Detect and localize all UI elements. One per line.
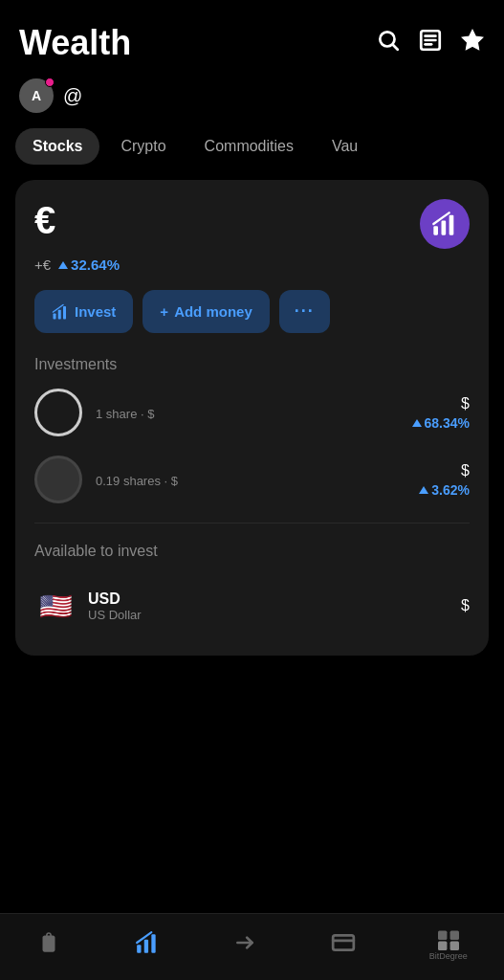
svg-rect-21	[449, 931, 458, 940]
nav-bitdegree[interactable]: BitDegree	[418, 925, 479, 965]
at-sign: @	[63, 85, 82, 107]
svg-marker-6	[462, 30, 483, 50]
svg-rect-23	[449, 942, 458, 950]
card-top: €	[34, 199, 470, 249]
tab-stocks[interactable]: Stocks	[15, 128, 99, 165]
available-section: Available to invest 🇺🇸 USD US Dollar $	[34, 543, 470, 636]
nav-home[interactable]	[25, 926, 73, 965]
user-row: A @	[0, 73, 504, 128]
up-arrow-icon	[58, 261, 68, 269]
currency-item-usd[interactable]: 🇺🇸 USD US Dollar $	[34, 575, 470, 636]
investment-item-2[interactable]: 0.19 shares · $ $ 3.62%	[34, 456, 470, 503]
invest-button[interactable]: Invest	[34, 290, 133, 333]
svg-rect-10	[54, 313, 56, 319]
star-icon[interactable]	[460, 28, 485, 58]
divider	[34, 523, 470, 523]
action-buttons: Invest + Add money ···	[34, 290, 470, 333]
flag-usd: 🇺🇸	[34, 585, 77, 627]
gain-prefix: +€	[34, 256, 51, 273]
gain-row: +€ 32.64%	[34, 256, 470, 273]
currency-symbol: €	[34, 199, 55, 242]
svg-rect-15	[151, 934, 155, 953]
chart-nav-icon	[135, 930, 160, 961]
currency-code: USD	[88, 590, 142, 608]
svg-rect-9	[449, 215, 454, 235]
main-card: € +€ 32.64% Invest +	[15, 180, 489, 656]
shares-2: 0.19 shares · $	[96, 474, 178, 488]
app-title: Wealth	[19, 23, 131, 63]
value-1: $	[412, 395, 470, 412]
investment-item-1[interactable]: 1 share · $ $ 68.34%	[34, 389, 470, 436]
transfer-icon	[232, 930, 257, 961]
svg-rect-8	[442, 221, 447, 235]
header-icons	[376, 28, 485, 58]
header: Wealth	[0, 0, 504, 73]
investments-label: Investments	[34, 356, 470, 373]
card-icon	[331, 930, 356, 961]
svg-line-1	[393, 45, 398, 50]
gain-percent: 32.64%	[58, 256, 120, 273]
revolut-icon	[36, 930, 61, 961]
nav-transfer[interactable]	[221, 926, 269, 965]
svg-rect-13	[137, 945, 141, 953]
change-1: 68.34%	[412, 415, 470, 431]
notification-dot	[45, 78, 55, 87]
currency-full-name: US Dollar	[88, 608, 142, 622]
bitdegree-label: BitDegree	[429, 951, 468, 961]
nav-investments[interactable]	[123, 926, 171, 965]
stock-logo-1	[34, 389, 82, 436]
tab-crypto[interactable]: Crypto	[103, 128, 183, 165]
value-2: $	[419, 462, 470, 479]
svg-rect-18	[333, 935, 354, 949]
tab-vau[interactable]: Vau	[315, 128, 375, 165]
chart-button[interactable]	[420, 199, 470, 249]
bitdegree-icon: BitDegree	[429, 929, 468, 961]
svg-rect-12	[63, 306, 66, 320]
add-money-button[interactable]: + Add money	[142, 290, 269, 333]
available-label: Available to invest	[34, 543, 470, 560]
news-icon[interactable]	[418, 28, 443, 58]
svg-rect-7	[433, 226, 438, 234]
more-button[interactable]: ···	[279, 290, 330, 333]
svg-rect-20	[438, 931, 447, 940]
tabs-row: Stocks Crypto Commodities Vau	[0, 128, 504, 165]
search-icon[interactable]	[376, 28, 401, 58]
currency-value: $	[461, 597, 470, 614]
up-arrow-icon	[412, 419, 422, 427]
svg-rect-11	[58, 309, 61, 319]
svg-rect-22	[438, 942, 447, 950]
svg-rect-14	[144, 939, 148, 952]
change-2: 3.62%	[419, 482, 470, 498]
bottom-nav: BitDegree	[0, 913, 504, 980]
up-arrow-icon	[419, 486, 428, 494]
nav-card[interactable]	[319, 926, 367, 965]
stock-logo-2	[34, 456, 82, 503]
shares-1: 1 share · $	[96, 407, 154, 421]
tab-commodities[interactable]: Commodities	[187, 128, 311, 165]
avatar[interactable]: A	[19, 78, 54, 113]
